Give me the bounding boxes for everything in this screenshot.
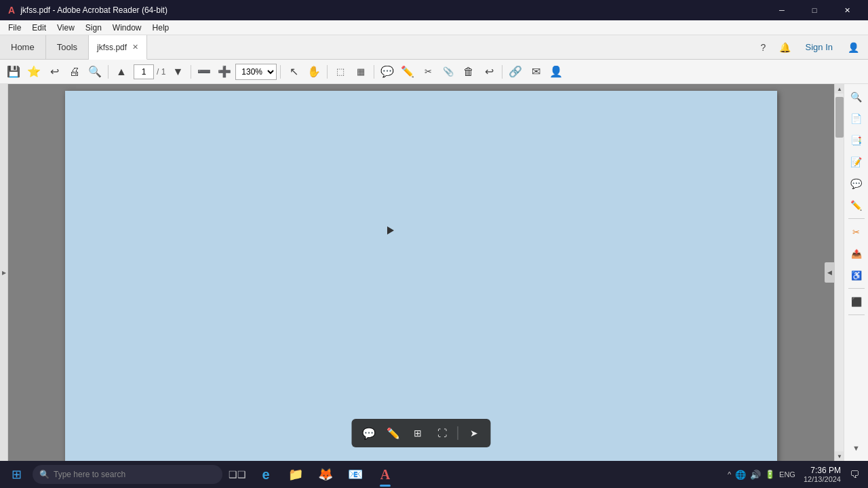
rp-redact-button[interactable]: ⬛ [846,291,867,312]
scroll-track[interactable] [835,94,844,451]
left-panel-toggle[interactable]: ▶ [0,84,8,461]
start-button[interactable]: ⊞ [3,461,30,488]
menu-edit[interactable]: Edit [26,22,52,34]
help-button[interactable]: ? [754,38,773,57]
tray-network-icon[interactable]: 🌐 [735,470,746,480]
tab-home[interactable]: Home [0,35,46,59]
float-sep [458,426,458,440]
search-icon: 🔍 [39,470,50,479]
taskbar-explorer[interactable]: 📁 [282,461,309,488]
chevron-right-icon: ▶ [2,270,6,276]
taskbar-edge[interactable]: e [252,461,279,488]
prev-page-button[interactable]: ▲ [112,62,131,81]
menu-file[interactable]: File [3,22,26,34]
zoom-out-button[interactable]: ➖ [195,62,214,81]
next-page-button[interactable]: ▼ [168,62,187,81]
tray-speaker-icon[interactable]: 🔊 [750,470,761,480]
search-placeholder: Type here to search [54,470,125,479]
zoom-in-button[interactable]: ➕ [215,62,234,81]
current-page-input[interactable] [134,64,154,79]
menu-help[interactable]: Help [147,22,175,34]
float-expand-button[interactable]: ⛶ [432,423,452,443]
rp-editpdf-button[interactable]: 📝 [846,152,867,172]
rp-export-button[interactable]: 📄 [846,108,867,129]
stamp-button[interactable]: ▦ [351,62,370,81]
scroll-up-button[interactable]: ▲ [835,84,844,94]
save-button[interactable]: 💾 [4,62,23,81]
scroll-down-button[interactable]: ▼ [835,451,844,461]
page-sep: / 1 [157,67,165,77]
send-button[interactable]: ✉ [526,62,545,81]
create-link-button[interactable]: 🔗 [506,62,525,81]
toolbar-sep-6 [502,65,502,79]
rp-sep-2 [848,288,865,289]
print-button[interactable]: 🖨 [65,62,84,81]
close-button[interactable]: ✕ [831,0,863,20]
marquee-zoom-button[interactable]: ⬚ [331,62,350,81]
rp-comment-button[interactable]: 💬 [846,174,867,194]
clock-date: 12/13/2024 [804,475,841,483]
highlight-button[interactable]: ✏️ [398,62,417,81]
task-view-button[interactable]: ❑❑ [225,462,250,487]
user-avatar[interactable]: 👤 [844,38,863,57]
taskbar-outlook[interactable]: 📧 [342,461,369,488]
tab-document[interactable]: jkfss.pdf ✕ [89,35,147,60]
scroll-thumb[interactable] [835,97,844,138]
right-panel: 🔍 📄 📑 📝 💬 ✏️ ✂ 📤 ♿ ⬛ ▼ [844,84,868,461]
menu-bar: File Edit View Sign Window Help [0,20,868,35]
rp-organize-button[interactable]: 📑 [846,130,867,150]
select-tool-button[interactable]: ↖ [284,62,303,81]
main-area: ▶ ANY RUN 💬 ✏️ ⊞ ⛶ ➤ ▲ ▼ [0,84,868,461]
user-button[interactable]: 👤 [547,62,566,81]
notifications-button[interactable]: 🔔 [776,38,795,57]
minimize-button[interactable]: ─ [766,0,797,20]
taskbar-search[interactable]: 🔍 Type here to search [33,465,222,484]
menu-view[interactable]: View [52,22,80,34]
clock[interactable]: 7:36 PM 12/13/2024 [804,466,841,483]
tray-battery-icon[interactable]: 🔋 [765,470,775,479]
rp-accessibility-button[interactable]: ♿ [846,265,867,285]
page-navigation: ▲ / 1 ▼ [112,62,187,81]
float-comment-button[interactable]: 💬 [359,423,379,443]
maximize-button[interactable]: □ [799,0,830,20]
notification-button[interactable]: 🗨 [844,464,865,485]
rp-share-button[interactable]: 📤 [846,243,867,264]
tray-input-icon[interactable]: ENG [779,470,795,479]
outlook-icon: 📧 [348,467,363,482]
rp-scroll-down-button[interactable]: ▼ [846,438,867,458]
right-panel-collapse-button[interactable]: ◀ [825,262,834,283]
menu-window[interactable]: Window [107,22,147,34]
taskbar-firefox[interactable]: 🦊 [312,461,339,488]
strikethrough-button[interactable]: ✂ [418,62,437,81]
rp-sep-1 [848,218,865,219]
rp-fillsign-button[interactable]: ✏️ [846,195,867,216]
pdf-viewport[interactable]: ANY RUN 💬 ✏️ ⊞ ⛶ ➤ [8,84,834,461]
zoom-fit-button[interactable]: 🔍 [85,62,104,81]
tab-tools[interactable]: Tools [46,35,89,59]
taskbar-acrobat[interactable]: A [372,461,399,488]
taskbar-right: ^ 🌐 🔊 🔋 ENG 7:36 PM 12/13/2024 🗨 [722,464,865,485]
sticky-note-button[interactable]: 💬 [378,62,397,81]
float-toolbar: 💬 ✏️ ⊞ ⛶ ➤ [352,419,491,447]
hand-tool-button[interactable]: ✋ [304,62,323,81]
bell-icon: 🔔 [779,42,791,53]
bookmark-button[interactable]: ⭐ [24,62,43,81]
menu-sign[interactable]: Sign [80,22,107,34]
delete-button[interactable]: 🗑 [459,62,478,81]
rp-crop-button[interactable]: ✂ [846,222,867,242]
taskbar: ⊞ 🔍 Type here to search ❑❑ e 📁 🦊 📧 A ^ 🌐… [0,461,868,488]
float-crop-button[interactable]: ⊞ [408,423,428,443]
vertical-scrollbar[interactable]: ▲ ▼ [834,84,844,461]
windows-icon: ⊞ [12,467,22,482]
sign-in-button[interactable]: Sign In [797,39,841,55]
float-pen-button[interactable]: ✏️ [383,423,403,443]
float-arrow-button[interactable]: ➤ [464,423,484,443]
close-doc-tab[interactable]: ✕ [132,43,138,52]
undo-button[interactable]: ↩ [479,62,498,81]
right-panel-collapse-area: ◀ [825,262,834,283]
print-all-button[interactable]: ↩ [45,62,64,81]
rp-find-button[interactable]: 🔍 [846,87,867,107]
zoom-select[interactable]: 130% 50% 75% 100% 125% 150% 200% [235,64,277,80]
tray-chevron[interactable]: ^ [728,470,731,479]
attach-file-button[interactable]: 📎 [439,62,458,81]
